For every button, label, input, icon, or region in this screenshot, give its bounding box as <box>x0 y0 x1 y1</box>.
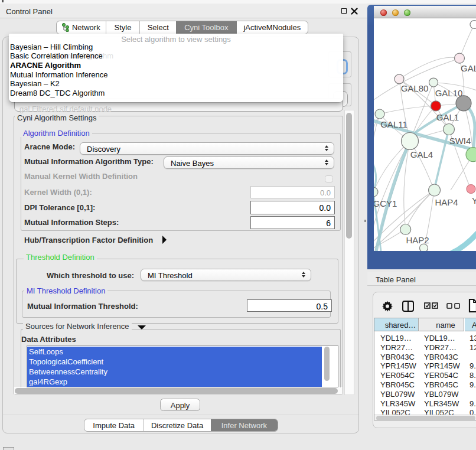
svg-text:Y: Y <box>472 195 476 206</box>
svg-text:GAL7: GAL7 <box>461 63 476 73</box>
svg-text:GAL1: GAL1 <box>436 112 459 122</box>
svg-text:GAL11: GAL11 <box>380 119 407 129</box>
svg-text:GAL10: GAL10 <box>435 88 463 98</box>
svg-text:SWI4: SWI4 <box>449 136 471 146</box>
svg-text:GAL4: GAL4 <box>410 149 433 159</box>
svg-text:GAL80: GAL80 <box>401 83 429 93</box>
svg-text:GCY1: GCY1 <box>374 198 397 208</box>
svg-text:HAP4: HAP4 <box>435 197 458 207</box>
svg-text:HAP2: HAP2 <box>406 235 429 245</box>
